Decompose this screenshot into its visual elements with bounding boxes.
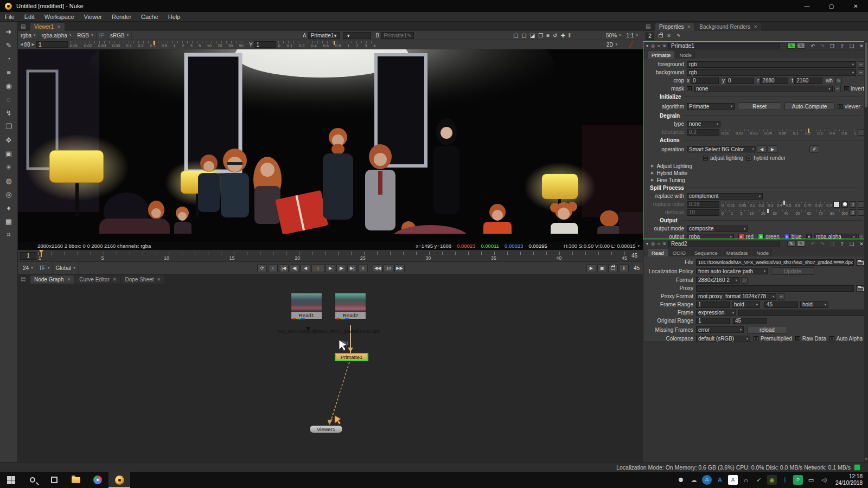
- toolbar-metadata-icon[interactable]: ♦: [2, 201, 15, 214]
- gamma-slider[interactable]: 00.10.20.40.60.81234: [278, 41, 376, 48]
- loop-zero-button[interactable]: 0: [358, 264, 368, 272]
- defocus-handle[interactable]: [767, 209, 769, 213]
- viewer-image[interactable]: [18, 49, 643, 242]
- missing-frames-dropdown[interactable]: error▾: [696, 326, 744, 333]
- proxy-input[interactable]: [696, 285, 854, 292]
- algorithm-dropdown[interactable]: Primatte▾: [687, 103, 735, 110]
- tab-close-icon[interactable]: ✕: [754, 24, 757, 29]
- flipbook-icon[interactable]: ▶: [586, 264, 596, 272]
- center-node-icon[interactable]: ◎: [651, 43, 655, 48]
- share-icon[interactable]: ⁂: [702, 475, 712, 485]
- channel-toggle-button[interactable]: −: [858, 69, 864, 76]
- green-channel-checkbox[interactable]: ✕: [758, 234, 764, 239]
- nuke-taskbar-button[interactable]: [108, 472, 130, 488]
- tab-primatte[interactable]: Primatte: [648, 51, 674, 59]
- gain-slider-handle[interactable]: [154, 41, 155, 45]
- tab-properties[interactable]: Properties ✕: [655, 23, 694, 31]
- tab-close-icon[interactable]: ✕: [687, 24, 691, 29]
- play-button[interactable]: ▶: [326, 264, 335, 272]
- float-panel-icon[interactable]: ❏: [848, 43, 856, 49]
- toolbar-3d-icon[interactable]: ▣: [2, 147, 15, 160]
- mask-dropdown[interactable]: none▾: [694, 86, 833, 92]
- float-panel-icon[interactable]: ❏: [848, 241, 856, 247]
- skip-forward-button[interactable]: ▶▶: [394, 264, 404, 272]
- properties-scrollbar[interactable]: ▲ ▼: [864, 41, 868, 462]
- undo-icon[interactable]: ↶: [809, 241, 816, 247]
- text-tool-icon[interactable]: A: [728, 475, 738, 485]
- lock-panels-icon[interactable]: [659, 34, 663, 37]
- roi-icon[interactable]: ◪: [530, 33, 535, 38]
- frame-range-dropdown[interactable]: Global▾: [53, 262, 78, 274]
- crop-r-input[interactable]: 2880: [760, 78, 788, 84]
- b-buffer-dropdown[interactable]: Primatte1✎: [381, 32, 414, 39]
- refresh-icon[interactable]: ↺: [553, 33, 557, 38]
- frame-expression-input[interactable]: [738, 310, 864, 316]
- proxy-format-dropdown[interactable]: root.proxy_format 1024x778▾: [696, 293, 776, 300]
- node-graph-canvas[interactable]: bg Read1 Read2 v60_sh07.0001.dpx v60_sh0…: [18, 284, 643, 462]
- prev-keyframe-button[interactable]: ◀|: [290, 264, 299, 272]
- info-caret-icon[interactable]: ▾: [637, 244, 640, 248]
- raw-data-checkbox[interactable]: [795, 336, 800, 341]
- toolbar-views-icon[interactable]: ◎: [2, 188, 15, 201]
- volume-icon[interactable]: ◁): [819, 475, 829, 485]
- pin-icon[interactable]: Ψ: [662, 43, 666, 48]
- file-browse-icon[interactable]: [856, 259, 864, 266]
- frame-step-field[interactable]: 10: [384, 264, 393, 272]
- degrain-type-dropdown[interactable]: none▾: [687, 121, 720, 127]
- format-extra-button[interactable]: −: [741, 277, 748, 284]
- tab-read[interactable]: Read: [648, 249, 668, 256]
- pin-icon[interactable]: Ψ: [662, 241, 666, 246]
- menu-item[interactable]: Viewer: [79, 14, 107, 20]
- gamma-input[interactable]: 1: [254, 41, 276, 48]
- replace-color-handle[interactable]: [783, 201, 785, 205]
- goto-start-button[interactable]: |◀: [279, 264, 289, 272]
- toolbar-filter-icon[interactable]: ◌: [2, 93, 15, 106]
- input-process-toggle[interactable]: IP: [97, 31, 107, 40]
- start-button[interactable]: [0, 472, 22, 488]
- scrollbar-thumb[interactable]: [865, 42, 867, 107]
- eyedropper-icon[interactable]: ✐: [809, 145, 819, 153]
- scroll-down-icon[interactable]: ▼: [864, 458, 868, 462]
- tab-close-icon[interactable]: ✕: [157, 277, 161, 282]
- frame-increment-icon[interactable]: I: [268, 264, 278, 272]
- timeline-filter-dropdown[interactable]: TF▾: [36, 262, 53, 274]
- timeline-ruler[interactable]: 151015202530354045: [39, 251, 627, 261]
- reload-button[interactable]: reload: [747, 326, 787, 333]
- adjust-lighting-group[interactable]: ▶ Adjust Lighting: [644, 163, 864, 169]
- framing-icon[interactable]: ▢: [513, 33, 518, 38]
- playhead[interactable]: [41, 251, 42, 257]
- crop-curve-button[interactable]: ∿: [835, 78, 842, 84]
- red-channel-checkbox[interactable]: ✕: [738, 234, 744, 239]
- clipping-warning-icon[interactable]: ❐: [538, 33, 543, 38]
- tolerance-slider-handle[interactable]: [808, 129, 809, 133]
- a-buffer-dropdown[interactable]: Primatte1▾: [308, 32, 340, 39]
- hybrid-render-checkbox[interactable]: [746, 156, 751, 160]
- nvidia-icon[interactable]: ◉: [767, 475, 777, 485]
- menu-item[interactable]: Workspace: [40, 14, 79, 20]
- transport-frame-field[interactable]: 1: [311, 264, 324, 272]
- localization-policy-dropdown[interactable]: from auto-localize path▾: [696, 268, 768, 274]
- toolbar-channel-icon[interactable]: ≡: [2, 66, 15, 79]
- center-node-icon[interactable]: ◎: [651, 241, 655, 246]
- menu-item[interactable]: Edit: [20, 14, 40, 20]
- tolerance-input[interactable]: 0.2: [687, 129, 719, 136]
- defocus-count[interactable]: 2: [850, 209, 856, 216]
- defender-icon[interactable]: ✔: [754, 475, 764, 485]
- premultiplied-checkbox[interactable]: [754, 336, 758, 341]
- onedrive-icon[interactable]: ☁: [689, 475, 699, 485]
- collapse-icon[interactable]: ▾: [646, 241, 648, 246]
- revert-icon[interactable]: ❐: [828, 43, 836, 49]
- network-display-icon[interactable]: ▭: [806, 475, 816, 485]
- hybrid-matte-group[interactable]: ▶ Hybrid Matte: [644, 170, 864, 176]
- foreground-dropdown[interactable]: rgb▾: [687, 61, 856, 68]
- tab-close-icon[interactable]: ✕: [57, 24, 61, 29]
- gl-color-button[interactable]: ✎: [797, 43, 805, 49]
- menu-item[interactable]: Cache: [136, 14, 163, 20]
- playback-sync-icon[interactable]: ⟳: [257, 264, 267, 272]
- lock-range-icon[interactable]: [608, 264, 618, 272]
- tab-background-renders[interactable]: Background Renders ✕: [695, 23, 761, 31]
- toolbar-transform-icon[interactable]: ✥: [2, 133, 15, 146]
- defocus-extra-button[interactable]: [858, 209, 864, 216]
- replace-color-slider[interactable]: 00.010.050.10.20.30.40.50.60.700.800.9: [722, 201, 832, 208]
- tab-dope-sheet[interactable]: Dope Sheet ✕: [121, 275, 164, 284]
